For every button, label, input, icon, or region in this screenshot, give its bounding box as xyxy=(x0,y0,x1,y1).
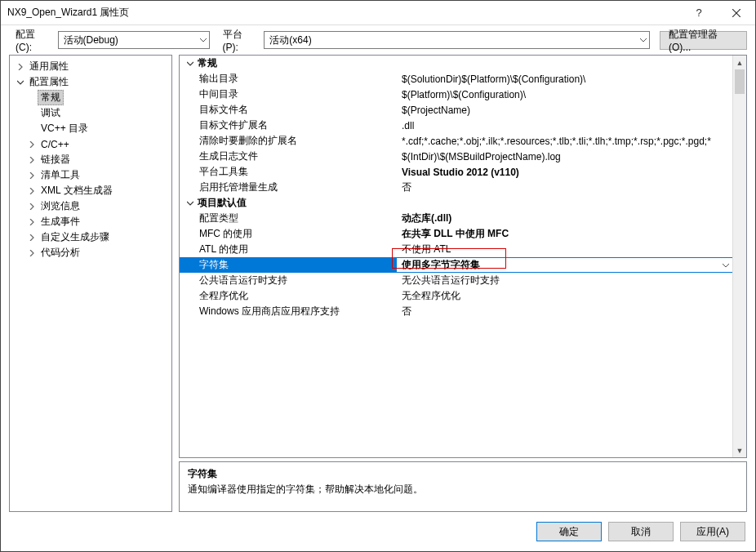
property-category[interactable]: 常规 xyxy=(180,56,732,71)
tree-item-label: 调试 xyxy=(38,105,64,121)
chevron-right-icon[interactable] xyxy=(26,234,38,241)
dialog-buttons: 确定 取消 应用(A) xyxy=(1,512,755,551)
tree-item[interactable]: 链接器 xyxy=(10,152,171,167)
chevron-right-icon[interactable] xyxy=(26,219,38,225)
property-name: 目标文件名 xyxy=(180,103,397,117)
platform-value: 活动(x64) xyxy=(269,33,311,47)
property-name: 公共语言运行时支持 xyxy=(180,274,397,287)
ok-button[interactable]: 确定 xyxy=(536,522,602,541)
cancel-button[interactable]: 取消 xyxy=(608,522,674,541)
chevron-down-icon[interactable] xyxy=(723,260,729,271)
property-value: $(ProjectName) xyxy=(397,105,732,116)
description-title: 字符集 xyxy=(188,467,738,481)
close-icon xyxy=(732,9,740,17)
scrollbar-thumb[interactable] xyxy=(735,69,745,94)
chevron-down-icon[interactable] xyxy=(15,79,26,86)
chevron-right-icon[interactable] xyxy=(15,64,26,70)
tree-item-label: 清单工具 xyxy=(38,167,83,183)
property-value: Visual Studio 2012 (v110) xyxy=(397,167,732,178)
property-name: Windows 应用商店应用程序支持 xyxy=(180,305,397,318)
property-value: .dll xyxy=(397,120,732,131)
property-value: 否 xyxy=(397,180,732,194)
property-name: 生成日志文件 xyxy=(180,149,397,163)
chevron-right-icon[interactable] xyxy=(26,157,38,163)
category-tree[interactable]: 通用属性配置属性常规调试VC++ 目录C/C++链接器清单工具XML 文档生成器… xyxy=(9,55,172,512)
scroll-up-icon[interactable]: ▲ xyxy=(733,56,746,69)
tree-item[interactable]: VC++ 目录 xyxy=(10,121,171,136)
config-manager-button[interactable]: 配置管理器(O)... xyxy=(660,31,747,50)
property-name: 清除时要删除的扩展名 xyxy=(180,134,397,148)
platform-combobox[interactable]: 活动(x64) xyxy=(264,31,650,49)
property-value: *.cdf;*.cache;*.obj;*.ilk;*.resources;*.… xyxy=(397,136,732,147)
property-row[interactable]: 字符集使用多字节字符集 xyxy=(180,257,732,273)
property-row[interactable]: MFC 的使用在共享 DLL 中使用 MFC xyxy=(180,226,732,242)
property-value[interactable]: 使用多字节字符集 xyxy=(397,258,732,272)
chevron-right-icon[interactable] xyxy=(26,141,38,148)
chevron-right-icon[interactable] xyxy=(26,188,38,194)
tree-item[interactable]: XML 文档生成器 xyxy=(10,183,171,198)
chevron-right-icon[interactable] xyxy=(26,172,38,179)
tree-item-label: 通用属性 xyxy=(26,59,72,74)
tree-item[interactable]: 生成事件 xyxy=(10,214,171,229)
tree-item-label: VC++ 目录 xyxy=(38,121,91,136)
tree-item[interactable]: C/C++ xyxy=(10,136,171,152)
property-row[interactable]: 目标文件扩展名.dll xyxy=(180,118,732,133)
property-row[interactable]: 目标文件名$(ProjectName) xyxy=(180,102,732,118)
config-combobox[interactable]: 活动(Debug) xyxy=(58,31,210,49)
property-category[interactable]: 项目默认值 xyxy=(180,195,732,211)
chevron-down-icon[interactable] xyxy=(183,200,198,207)
property-name: 中间目录 xyxy=(180,87,397,101)
property-row[interactable]: Windows 应用商店应用程序支持否 xyxy=(180,304,732,319)
property-row[interactable]: 全程序优化无全程序优化 xyxy=(180,288,732,304)
chevron-right-icon[interactable] xyxy=(26,203,38,210)
property-row[interactable]: 配置类型动态库(.dll) xyxy=(180,211,732,226)
property-value: 否 xyxy=(397,305,732,318)
category-label: 项目默认值 xyxy=(198,196,247,210)
property-row[interactable]: 生成日志文件$(IntDir)\$(MSBuildProjectName).lo… xyxy=(180,149,732,164)
tree-item[interactable]: 常规 xyxy=(10,90,171,105)
property-row[interactable]: ATL 的使用不使用 ATL xyxy=(180,242,732,257)
tree-item[interactable]: 代码分析 xyxy=(10,245,171,260)
property-row[interactable]: 清除时要删除的扩展名*.cdf;*.cache;*.obj;*.ilk;*.re… xyxy=(180,133,732,149)
scroll-down-icon[interactable]: ▼ xyxy=(733,443,746,457)
tree-item-label: 自定义生成步骤 xyxy=(38,229,113,245)
tree-item-label: XML 文档生成器 xyxy=(38,183,116,198)
tree-item-label: 生成事件 xyxy=(38,214,83,229)
property-value: 无公共语言运行时支持 xyxy=(397,274,732,287)
tree-item[interactable]: 通用属性 xyxy=(10,59,171,74)
property-name: 目标文件扩展名 xyxy=(180,118,397,132)
tree-item-label: 链接器 xyxy=(38,152,73,167)
tree-item[interactable]: 配置属性 xyxy=(10,74,171,90)
vertical-scrollbar[interactable]: ▲ ▼ xyxy=(732,56,746,457)
chevron-down-icon xyxy=(640,34,647,46)
chevron-down-icon xyxy=(200,34,207,46)
tree-item-label: C/C++ xyxy=(38,138,73,151)
property-row[interactable]: 中间目录$(Platform)\$(Configuration)\ xyxy=(180,87,732,102)
property-value: 不使用 ATL xyxy=(397,243,732,256)
property-row[interactable]: 公共语言运行时支持无公共语言运行时支持 xyxy=(180,273,732,288)
apply-button[interactable]: 应用(A) xyxy=(680,522,745,541)
main-split: 通用属性配置属性常规调试VC++ 目录C/C++链接器清单工具XML 文档生成器… xyxy=(1,48,755,512)
property-name: 配置类型 xyxy=(180,211,397,225)
close-button[interactable] xyxy=(718,1,755,25)
chevron-down-icon[interactable] xyxy=(183,60,198,67)
tree-item[interactable]: 自定义生成步骤 xyxy=(10,229,171,245)
window-title: NX9_Open_Wizard1 属性页 xyxy=(7,6,680,20)
help-button[interactable]: ? xyxy=(680,1,718,25)
tree-item[interactable]: 浏览信息 xyxy=(10,198,171,214)
property-grid: 常规输出目录$(SolutionDir)$(Platform)\$(Config… xyxy=(179,55,747,458)
tree-item[interactable]: 调试 xyxy=(10,105,171,121)
title-bar: NX9_Open_Wizard1 属性页 ? xyxy=(1,1,755,25)
chevron-right-icon[interactable] xyxy=(26,250,38,256)
right-panel: 常规输出目录$(SolutionDir)$(Platform)\$(Config… xyxy=(179,55,747,512)
property-row[interactable]: 输出目录$(SolutionDir)$(Platform)\$(Configur… xyxy=(180,71,732,87)
property-row[interactable]: 平台工具集Visual Studio 2012 (v110) xyxy=(180,164,732,180)
description-panel: 字符集 通知编译器使用指定的字符集；帮助解决本地化问题。 xyxy=(179,461,747,512)
property-name: 平台工具集 xyxy=(180,165,397,179)
config-value: 活动(Debug) xyxy=(64,33,118,47)
configuration-bar: 配置(C): 活动(Debug) 平台(P): 活动(x64) 配置管理器(O)… xyxy=(1,25,755,48)
description-text: 通知编译器使用指定的字符集；帮助解决本地化问题。 xyxy=(188,483,738,496)
tree-item[interactable]: 清单工具 xyxy=(10,167,171,183)
property-row[interactable]: 启用托管增量生成否 xyxy=(180,180,732,195)
property-name: 输出目录 xyxy=(180,72,397,86)
